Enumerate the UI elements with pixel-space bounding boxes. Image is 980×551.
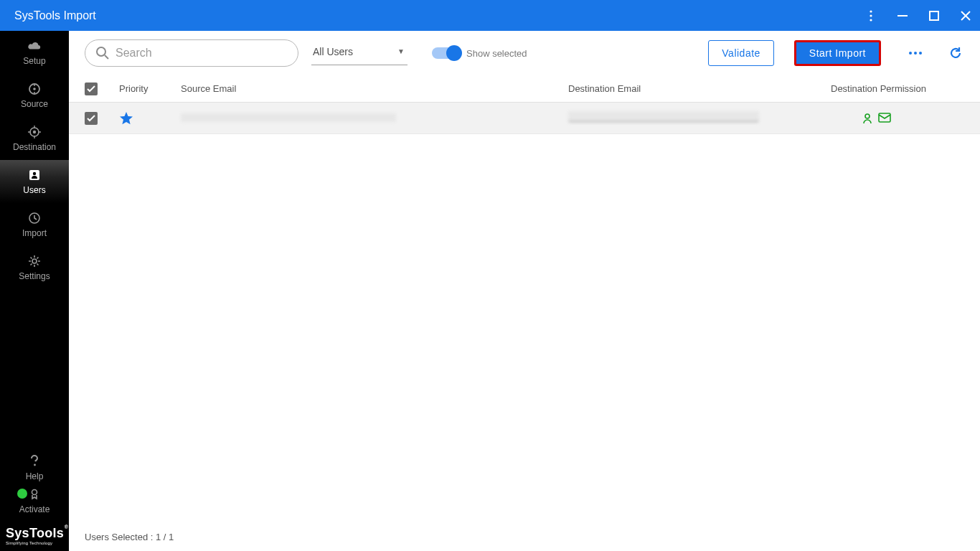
- sidebar-item-setup[interactable]: Setup: [0, 31, 69, 74]
- toolbar: All Users ▼ Show selected Validate Start…: [69, 31, 980, 75]
- maximize-icon[interactable]: [928, 10, 940, 22]
- star-icon[interactable]: [119, 111, 181, 126]
- svg-point-2: [870, 19, 872, 21]
- brand-logo: SysTools® Simplifying Technology: [0, 522, 69, 551]
- search-icon: [95, 46, 110, 60]
- gear-icon: [27, 254, 42, 268]
- users-icon: [27, 168, 42, 182]
- table-row[interactable]: [69, 103, 980, 134]
- sidebar-item-settings[interactable]: Settings: [0, 246, 69, 289]
- mail-icon: [878, 113, 891, 124]
- sidebar-item-import[interactable]: Import: [0, 203, 69, 246]
- svg-point-19: [865, 114, 870, 118]
- show-selected-toggle[interactable]: [432, 47, 461, 59]
- svg-point-1: [870, 14, 872, 17]
- user-check-icon: [862, 113, 874, 124]
- sidebar-item-source[interactable]: Source: [0, 74, 69, 117]
- help-icon: [27, 454, 42, 468]
- filter-dropdown[interactable]: All Users ▼: [311, 41, 407, 65]
- sidebar-item-label: Help: [26, 471, 44, 481]
- target-icon: [27, 125, 42, 139]
- svg-point-17: [914, 52, 917, 55]
- header-priority: Priority: [119, 83, 181, 94]
- permission-icons: [862, 113, 964, 124]
- header-source: Source Email: [181, 83, 568, 94]
- validate-button[interactable]: Validate: [708, 40, 774, 66]
- source-icon: [27, 82, 42, 96]
- sidebar-item-label: Settings: [19, 271, 50, 281]
- filter-selected: All Users: [313, 46, 353, 57]
- close-icon[interactable]: [960, 10, 971, 22]
- svg-point-13: [34, 464, 36, 466]
- activate-icon: [27, 487, 42, 501]
- svg-point-18: [919, 52, 922, 55]
- sidebar-item-help[interactable]: Help: [0, 451, 69, 484]
- status-bar: Users Selected : 1 / 1: [69, 522, 980, 551]
- app-title: SysTools Import: [14, 9, 865, 22]
- main-panel: All Users ▼ Show selected Validate Start…: [69, 31, 980, 551]
- select-all-checkbox[interactable]: [85, 83, 98, 95]
- cloud-icon: [27, 39, 42, 53]
- start-import-button[interactable]: Start Import: [794, 40, 881, 66]
- source-email-cell: [181, 112, 568, 125]
- header-destination: Destination Email: [568, 83, 831, 94]
- table-header: Priority Source Email Destination Email …: [69, 75, 980, 103]
- sidebar-item-label: Import: [22, 228, 47, 238]
- clock-icon: [27, 211, 42, 225]
- header-permission: Destination Permission: [831, 83, 964, 94]
- row-checkbox[interactable]: [85, 112, 98, 125]
- selection-status: Users Selected : 1 / 1: [85, 532, 174, 542]
- title-bar: SysTools Import: [0, 0, 980, 31]
- svg-rect-4: [930, 11, 938, 20]
- refresh-icon[interactable]: [947, 44, 964, 62]
- search-field[interactable]: [116, 47, 288, 60]
- svg-point-12: [32, 259, 37, 263]
- svg-point-16: [909, 52, 912, 55]
- minimize-icon[interactable]: [897, 10, 908, 22]
- more-options-icon[interactable]: [907, 44, 924, 62]
- sidebar-item-label: Activate: [19, 504, 50, 514]
- sidebar-item-label: Destination: [13, 142, 56, 152]
- svg-point-14: [32, 490, 37, 495]
- kebab-menu-icon[interactable]: [865, 10, 877, 22]
- svg-rect-3: [897, 15, 908, 17]
- sidebar-item-label: Setup: [23, 56, 45, 66]
- sidebar-item-destination[interactable]: Destination: [0, 117, 69, 160]
- sidebar-item-users[interactable]: Users: [0, 160, 69, 203]
- sidebar-item-label: Source: [21, 99, 48, 109]
- svg-point-10: [33, 172, 36, 175]
- sidebar-item-label: Users: [23, 185, 45, 195]
- chevron-down-icon: ▼: [397, 47, 405, 55]
- svg-point-8: [33, 131, 36, 133]
- svg-point-6: [33, 88, 36, 90]
- sidebar: Setup Source Destination Users Import Se…: [0, 31, 69, 551]
- sidebar-item-activate[interactable]: Activate: [0, 484, 69, 517]
- svg-point-15: [97, 47, 105, 56]
- toggle-label: Show selected: [466, 48, 527, 59]
- svg-point-0: [870, 10, 872, 12]
- search-input[interactable]: [85, 39, 298, 67]
- svg-rect-20: [879, 113, 890, 122]
- destination-email-cell: [568, 111, 831, 125]
